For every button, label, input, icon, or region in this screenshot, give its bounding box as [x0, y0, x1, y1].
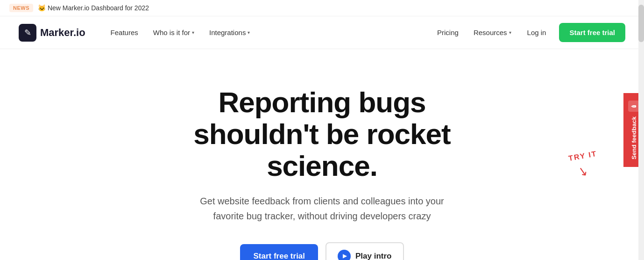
hero-play-intro-button[interactable]: ▶ Play intro	[326, 242, 403, 260]
play-icon: ▶	[338, 250, 351, 260]
logo-text: Marker.io	[40, 27, 85, 39]
scrollbar[interactable]	[638, 0, 644, 260]
navbar: ✎ Marker.io Features Who is it for ▾ Int…	[0, 16, 644, 49]
scrollbar-thumb[interactable]	[638, 5, 644, 42]
try-it-text: TRY IT	[568, 150, 598, 163]
nav-resources[interactable]: Resources ▾	[467, 25, 518, 40]
hero-subtitle: Get website feedback from clients and co…	[191, 194, 453, 224]
nav-who-is-it-for[interactable]: Who is it for ▾	[147, 25, 201, 40]
integrations-chevron-icon: ▾	[248, 30, 250, 35]
nav-integrations[interactable]: Integrations ▾	[203, 25, 256, 40]
logo-icon: ✎	[19, 24, 36, 42]
announcement-text: 🐱 New Marker.io Dashboard for 2022	[38, 4, 149, 12]
logo[interactable]: ✎ Marker.io	[19, 24, 85, 42]
hero-title: Reporting bugs shouldn't be rocket scien…	[159, 87, 486, 182]
try-it-arrow-icon: ↘	[577, 163, 589, 179]
pencil-icon: ✏	[628, 101, 639, 112]
nav-start-free-trial-button[interactable]: Start free trial	[559, 23, 625, 42]
hero-buttons: Start free trial ▶ Play intro	[240, 242, 403, 260]
nav-pricing[interactable]: Pricing	[431, 25, 465, 40]
who-for-chevron-icon: ▾	[192, 30, 194, 35]
news-badge: NEWS	[9, 4, 33, 12]
hero-start-free-trial-button[interactable]: Start free trial	[240, 244, 318, 260]
nav-features[interactable]: Features	[104, 25, 145, 40]
announcement-bar: NEWS 🐱 New Marker.io Dashboard for 2022	[0, 0, 644, 16]
hero-section: Reporting bugs shouldn't be rocket scien…	[0, 49, 644, 260]
try-it-annotation: TRY IT ↘	[568, 152, 597, 179]
nav-login[interactable]: Log in	[520, 25, 554, 40]
resources-chevron-icon: ▾	[509, 30, 511, 35]
nav-links: Features Who is it for ▾ Integrations ▾	[104, 25, 431, 40]
nav-right: Pricing Resources ▾ Log in Start free tr…	[431, 23, 625, 42]
